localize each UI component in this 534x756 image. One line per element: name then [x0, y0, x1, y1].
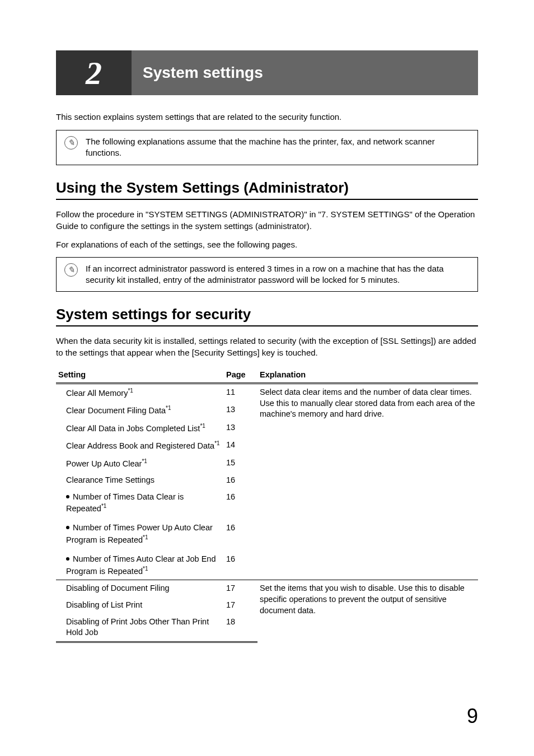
- setting-page: 17: [224, 597, 257, 614]
- group2-explanation: Set the items that you wish to disable. …: [257, 580, 478, 642]
- chapter-title: System settings: [143, 64, 263, 82]
- setting-sup: *1: [143, 534, 148, 540]
- note-icon: ✎: [64, 263, 78, 277]
- section2-para: When the data security kit is installed,…: [56, 335, 478, 358]
- setting-sup: *1: [214, 440, 219, 446]
- table-row: Clear All Memory*1 11 Select data clear …: [56, 384, 478, 402]
- setting-page: 13: [224, 419, 257, 437]
- header-explanation: Explanation: [257, 367, 478, 384]
- chapter-banner: 2 System settings: [56, 50, 478, 95]
- section1-title: Using the System Settings (Administrator…: [56, 179, 478, 200]
- setting-name: Clear Address Book and Registered Data: [66, 441, 214, 450]
- note-box-2: ✎ If an incorrect administrator password…: [56, 257, 478, 292]
- chapter-number: 2: [86, 54, 102, 92]
- setting-name: Disabling of Print Jobs Other Than Print…: [66, 617, 209, 637]
- setting-name: Clear All Data in Jobs Completed List: [66, 424, 200, 433]
- setting-sup: *1: [142, 458, 147, 464]
- note-text-2: If an incorrect administrator password i…: [86, 263, 470, 286]
- setting-page: 11: [224, 384, 257, 402]
- note-box-1: ✎ The following explanations assume that…: [56, 130, 478, 165]
- chapter-number-box: 2: [56, 50, 132, 95]
- header-setting: Setting: [56, 367, 224, 384]
- section1-para2: For explanations of each of the settings…: [56, 239, 478, 250]
- note-icon: ✎: [64, 136, 78, 150]
- setting-page: 17: [224, 580, 257, 597]
- bullet-icon: [66, 495, 69, 498]
- section1-para1: Follow the procedure in "SYSTEM SETTINGS…: [56, 208, 478, 232]
- setting-page: 15: [224, 455, 257, 472]
- bullet-icon: [66, 557, 69, 561]
- group1-explanation: Select data clear items and the number o…: [257, 384, 478, 580]
- setting-page: 16: [224, 548, 257, 580]
- setting-name: Disabling of List Print: [66, 600, 142, 609]
- setting-sup: *1: [143, 566, 148, 572]
- setting-name: Number of Times Power Up Auto Clear Prog…: [66, 523, 213, 544]
- header-page: Page: [224, 367, 257, 384]
- setting-page: 16: [224, 472, 257, 489]
- setting-name: Clear Document Filing Data: [66, 406, 166, 415]
- setting-sup: *1: [128, 388, 133, 394]
- page-number: 9: [467, 704, 478, 728]
- table-header-row: Setting Page Explanation: [56, 367, 478, 384]
- intro-text: This section explains system settings th…: [56, 112, 478, 122]
- setting-name: Disabling of Document Filing: [66, 584, 170, 592]
- setting-name: Number of Times Data Clear is Repeated: [66, 492, 184, 513]
- setting-sup: *1: [166, 405, 171, 411]
- section2-title: System settings for security: [56, 306, 478, 326]
- setting-name: Power Up Auto Clear: [66, 459, 142, 468]
- table-row: Disabling of Document Filing 17 Set the …: [56, 580, 478, 597]
- settings-table: Setting Page Explanation Clear All Memor…: [56, 367, 478, 643]
- setting-sup: *1: [200, 423, 205, 429]
- chapter-title-box: System settings: [132, 50, 478, 95]
- setting-sup: *1: [101, 503, 106, 509]
- setting-name: Number of Times Auto Clear at Job End Pr…: [66, 554, 216, 575]
- note-text-1: The following explanations assume that t…: [86, 136, 470, 159]
- setting-page: 16: [224, 489, 257, 517]
- setting-page: 14: [224, 437, 257, 454]
- setting-page: 13: [224, 402, 257, 419]
- setting-page: 16: [224, 517, 257, 548]
- setting-name: Clear All Memory: [66, 389, 128, 398]
- setting-name: Clearance Time Settings: [66, 475, 154, 484]
- bullet-icon: [66, 526, 69, 529]
- setting-page: 18: [224, 614, 257, 642]
